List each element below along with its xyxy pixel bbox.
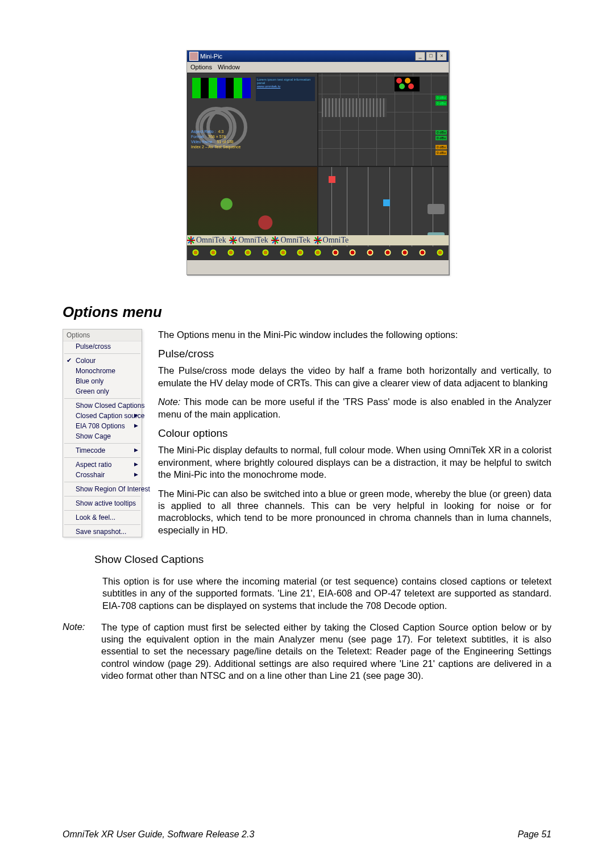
intro-text: The Options menu in the Mini-Pic window … bbox=[158, 329, 551, 341]
heading-show-cc: Show Closed Captions bbox=[94, 553, 551, 566]
submenu-arrow-icon: ▶ bbox=[134, 412, 138, 418]
scc-paragraph: This option is for use where the incomin… bbox=[102, 575, 551, 612]
submenu-arrow-icon: ▶ bbox=[134, 461, 138, 467]
menu-item-look-feel[interactable]: Look & feel... bbox=[63, 512, 142, 523]
menu-item-eia708[interactable]: EIA 708 Options▶ bbox=[63, 421, 142, 431]
level-badges-green: 0 dBu0 dBu bbox=[435, 94, 447, 107]
footer-left: OmniTek XR User Guide, Software Release … bbox=[63, 829, 254, 840]
menu-item-green-only[interactable]: Green only bbox=[63, 386, 142, 397]
menu-item-monochrome[interactable]: Monochrome bbox=[63, 366, 142, 376]
pulse-paragraph: The Pulse/cross mode delays the video by… bbox=[158, 365, 551, 389]
quadrant-top-right: 0 dBu0 dBu 0 dBu 0 dBu 0 dBu 0 dBu bbox=[318, 73, 449, 166]
colour-paragraph-1: The Mini-Pic display defaults to normal,… bbox=[158, 444, 551, 481]
close-button[interactable]: × bbox=[437, 52, 447, 61]
footer-right: Page 51 bbox=[517, 829, 551, 840]
pulse-note: Note: This mode can be more useful if th… bbox=[158, 396, 551, 420]
colour-paragraph-2: The Mini-Pic can also be switched into a… bbox=[158, 488, 551, 537]
options-menu-header: Options bbox=[63, 329, 142, 341]
menu-item-cc-source[interactable]: Closed Caption source▶ bbox=[63, 411, 142, 421]
quadrant-top-left: Lorem ipsum test signal information pane… bbox=[187, 73, 318, 166]
info-overlay-blue: Lorem ipsum test signal information pane… bbox=[256, 77, 315, 101]
titlebar[interactable]: Mini-Pic _ □ × bbox=[187, 51, 449, 62]
checkmark-icon: ✔ bbox=[67, 357, 72, 364]
menu-item-timecode[interactable]: Timecode▶ bbox=[63, 445, 142, 456]
menu-item-save-snapshot[interactable]: Save snapshot... bbox=[63, 527, 142, 537]
heading-colour-options: Colour options bbox=[158, 427, 551, 440]
app-icon bbox=[189, 52, 198, 61]
info-overlay-text: Aspect Ratio :4:3 Format :768 × 576 Vide… bbox=[191, 129, 240, 149]
maximize-button[interactable]: □ bbox=[426, 52, 436, 61]
scc-note: The type of caption must first be select… bbox=[101, 621, 551, 682]
menu-item-show-cc[interactable]: Show Closed Captions bbox=[63, 400, 142, 411]
watermark-row: OmniTek OmniTek OmniTek OmniTe bbox=[187, 235, 449, 245]
menu-options[interactable]: Options bbox=[190, 64, 212, 70]
video-area: Lorem ipsum test signal information pane… bbox=[187, 73, 449, 260]
window-title: Mini-Pic bbox=[200, 53, 222, 60]
menu-item-crosshair[interactable]: Crosshair▶ bbox=[63, 470, 142, 480]
note-label: Note: bbox=[63, 621, 92, 682]
submenu-arrow-icon: ▶ bbox=[134, 447, 138, 453]
options-menu-panel: Options Pulse/cross ✔Colour Monochrome B… bbox=[63, 329, 142, 537]
menu-item-pulse-cross[interactable]: Pulse/cross bbox=[63, 341, 142, 352]
menu-item-aspect[interactable]: Aspect ratio▶ bbox=[63, 460, 142, 470]
menu-window[interactable]: Window bbox=[218, 64, 240, 70]
menu-item-tooltips[interactable]: Show active tooltips bbox=[63, 498, 142, 508]
submenu-arrow-icon: ▶ bbox=[134, 423, 138, 428]
mini-pic-window: Mini-Pic _ □ × Options Window bbox=[186, 50, 449, 275]
menu-item-show-cage[interactable]: Show Cage bbox=[63, 431, 142, 441]
level-badges: 0 dBu 0 dBu 0 dBu 0 dBu bbox=[435, 129, 447, 156]
menubar: Options Window bbox=[187, 62, 449, 73]
section-heading: Options menu bbox=[63, 303, 551, 321]
menu-item-roi[interactable]: Show Region Of Interest bbox=[63, 484, 142, 494]
menu-item-blue-only[interactable]: Blue only bbox=[63, 376, 142, 386]
minimize-button[interactable]: _ bbox=[415, 52, 425, 61]
submenu-arrow-icon: ▶ bbox=[134, 471, 138, 477]
heading-pulse-cross: Pulse/cross bbox=[158, 348, 551, 360]
thumbnail-strip bbox=[187, 247, 449, 260]
menu-item-colour[interactable]: ✔Colour bbox=[63, 356, 142, 366]
